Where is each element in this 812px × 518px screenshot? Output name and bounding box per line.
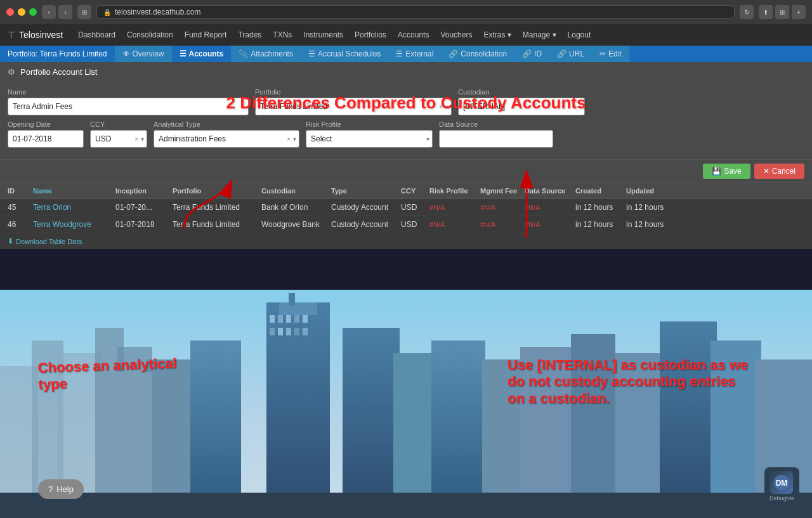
nav-vouchers[interactable]: Vouchers <box>435 28 477 42</box>
share-button[interactable]: ⬆ <box>759 5 773 19</box>
form-row-2: Opening Date CCY USD × ▾ Analytical Type… <box>8 120 804 148</box>
tab-accrual-schedules[interactable]: ☰ Accrual Schedules <box>301 46 388 62</box>
risk-profile-select[interactable]: Select ▾ <box>306 130 433 148</box>
tab-url[interactable]: 🔗 URL <box>549 46 592 62</box>
breadcrumb-portfolio[interactable]: Portfolio: Terra Funds Limited <box>0 46 115 62</box>
td-ccy-0: USD <box>401 203 429 212</box>
debugme-widget[interactable]: DM DebugMe <box>764 467 799 505</box>
td-inception-1: 01-07-2018 <box>115 220 173 229</box>
add-tab-button[interactable]: + <box>792 5 806 19</box>
top-nav: ⊤ Telosinvest Dashboard Consolidation Fu… <box>0 24 812 46</box>
address-bar[interactable]: 🔒 telosinvest.decafhub.com <box>96 5 735 19</box>
name-input[interactable] <box>8 98 249 115</box>
ccy-label: CCY <box>90 120 147 128</box>
main-panel: ⚙ Portfolio Account List Name Portfolio … <box>0 62 812 249</box>
nav-logout[interactable]: Logout <box>563 28 596 42</box>
opening-date-input[interactable] <box>8 130 84 148</box>
nav-dashboard[interactable]: Dashboard <box>73 28 121 42</box>
tab-external-icon: ☰ <box>396 49 403 58</box>
breadcrumb-label: Portfolio: Terra Funds Limited <box>8 49 107 58</box>
nav-trades[interactable]: Trades <box>233 28 266 42</box>
ccy-select[interactable]: USD × ▾ <box>90 130 147 148</box>
app-logo: ⊤ Telosinvest <box>8 30 63 40</box>
save-button[interactable]: 💾 Save <box>703 164 750 179</box>
form-group-name: Name <box>8 88 249 115</box>
th-type: Type <box>331 187 401 195</box>
nav-fund-report[interactable]: Fund Report <box>180 28 232 42</box>
nav-manage[interactable]: Manage ▾ <box>518 28 561 42</box>
annotation-arrow2-text: Use [INTERNAL] as custodian as we do not… <box>508 357 749 407</box>
tab-overview[interactable]: 👁 Overview <box>115 46 172 62</box>
analytical-type-select[interactable]: Administration Fees × ▾ <box>154 130 299 148</box>
action-row: 💾 Save ✕ Cancel <box>0 160 812 183</box>
analytical-type-arrow-icon[interactable]: ▾ <box>293 136 296 143</box>
tab-accounts[interactable]: ☰ Accounts <box>172 46 232 62</box>
form-group-data-source: Data Source <box>439 120 553 148</box>
download-icon: ⬇ <box>8 237 13 245</box>
annotation-arrow1-text: Choose an analytical type <box>37 355 178 393</box>
th-risk-profile: Risk Profile <box>429 187 480 195</box>
ccy-value: USD <box>95 134 134 143</box>
nav-consolidation[interactable]: Consolidation <box>122 28 178 42</box>
nav-extras[interactable]: Extras ▾ <box>478 28 516 42</box>
svg-rect-19 <box>190 340 241 518</box>
nav-txns[interactable]: TXNs <box>268 28 297 42</box>
th-created: Created <box>575 187 626 195</box>
th-id: ID <box>8 187 33 195</box>
td-updated-0: in 12 hours <box>626 203 677 212</box>
forward-button[interactable]: › <box>58 5 72 19</box>
reload-button[interactable]: ↻ <box>740 5 754 19</box>
svg-rect-32 <box>0 493 812 518</box>
td-name-1[interactable]: Terra Woodgrove <box>33 220 115 229</box>
risk-profile-label: Risk Profile <box>306 120 433 128</box>
data-source-input[interactable] <box>439 130 553 148</box>
tab-edit-icon: ✏ <box>599 49 606 58</box>
help-icon: ? <box>48 484 53 494</box>
lock-icon: 🔒 <box>103 9 111 16</box>
ccy-arrow-icon[interactable]: ▾ <box>141 136 144 143</box>
maximize-button[interactable] <box>29 8 37 16</box>
th-custodian: Custodian <box>261 187 331 195</box>
tab-external[interactable]: ☰ External <box>388 46 441 62</box>
th-name: Name <box>33 187 115 195</box>
td-name-0[interactable]: Terra Orion <box>33 203 115 212</box>
close-button[interactable] <box>6 8 14 16</box>
td-id-0: 45 <box>8 203 33 212</box>
panel-icon: ⚙ <box>8 67 15 77</box>
td-type-0: Custody Account <box>331 203 401 212</box>
new-tab-button[interactable]: ⊞ <box>775 5 789 19</box>
table-row[interactable]: 46 Terra Woodgrove 01-07-2018 Terra Fund… <box>0 216 812 233</box>
tab-consolidation[interactable]: 🔗 Consolidation <box>441 46 514 62</box>
svg-rect-12 <box>294 315 299 323</box>
help-button[interactable]: ? Help <box>38 479 84 499</box>
tab-attachments[interactable]: 📎 Attachments <box>231 46 301 62</box>
table-row[interactable]: 45 Terra Orion 01-07-20... Terra Funds L… <box>0 199 812 216</box>
nav-portfolios[interactable]: Portfolios <box>350 28 391 42</box>
risk-profile-arrow-icon[interactable]: ▾ <box>426 136 429 143</box>
analytical-type-clear-icon[interactable]: × <box>287 136 291 143</box>
nav-instruments[interactable]: Instruments <box>298 28 348 42</box>
annotation-title: 2 Differences Compared to Custody Accoun… <box>226 93 586 113</box>
td-inception-0: 01-07-20... <box>115 203 173 212</box>
th-updated: Updated <box>626 187 677 195</box>
app-name: Telosinvest <box>19 30 63 40</box>
sidebar-toggle-button[interactable]: ⊞ <box>77 5 91 19</box>
back-button[interactable]: ‹ <box>42 5 56 19</box>
tab-accrual-icon: ☰ <box>308 49 315 58</box>
svg-rect-14 <box>270 328 275 335</box>
cancel-button[interactable]: ✕ Cancel <box>754 164 804 179</box>
download-table-link[interactable]: ⬇ Download Table Data <box>8 237 804 245</box>
nav-accounts[interactable]: Accounts <box>393 28 434 42</box>
tab-id[interactable]: 🔗 ID <box>514 46 549 62</box>
minimize-button[interactable] <box>18 8 25 16</box>
arrow-2-svg <box>495 162 558 244</box>
save-icon: 💾 <box>712 167 721 176</box>
traffic-lights <box>6 8 37 16</box>
form-group-risk-profile: Risk Profile Select ▾ <box>306 120 433 148</box>
tab-id-icon: 🔗 <box>522 49 532 58</box>
th-inception: Inception <box>115 187 173 195</box>
svg-rect-13 <box>303 315 308 323</box>
ccy-clear-icon[interactable]: × <box>134 136 138 143</box>
risk-profile-value: Select <box>311 134 426 143</box>
tab-edit[interactable]: ✏ Edit <box>592 46 629 62</box>
